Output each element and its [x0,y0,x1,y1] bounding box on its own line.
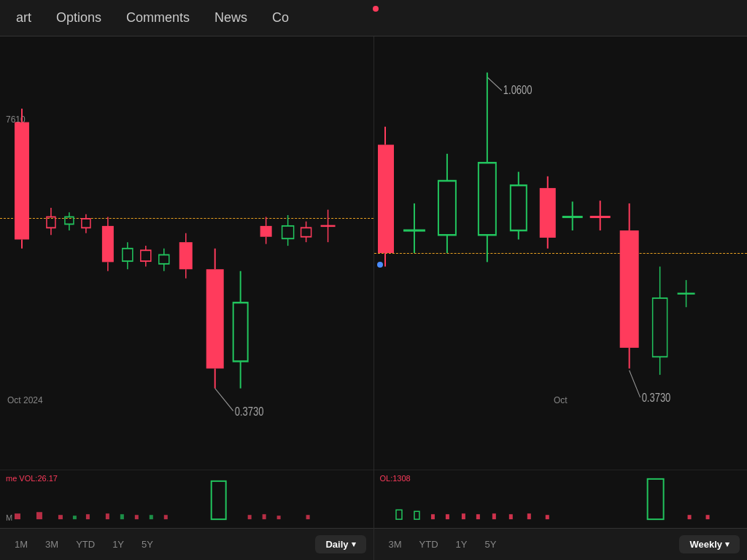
svg-rect-31 [233,303,248,361]
svg-line-69 [487,77,501,91]
left-date-label: Oct 2024 [7,395,43,405]
svg-rect-103 [545,515,549,519]
svg-rect-58 [263,514,266,519]
left-chart-panel: 7610 [0,36,374,560]
svg-rect-95 [414,511,419,519]
left-volume-area: me VOL:26.17 M [0,470,374,528]
svg-rect-50 [86,514,90,519]
nav-item-co[interactable]: Co [263,4,298,31]
left-vol-unit: M [6,513,12,522]
main-container: art Options Comments News Co 7610 [0,0,747,560]
svg-rect-104 [647,479,663,519]
right-volume-area: OL:1308 [374,470,748,528]
left-chart-canvas: 7610 [0,36,374,470]
svg-rect-99 [476,514,479,519]
left-interval-btn[interactable]: Daily [315,535,365,553]
charts-area: 7610 [0,36,747,560]
svg-rect-19 [141,250,151,261]
svg-line-44 [215,389,233,411]
svg-rect-88 [652,298,667,357]
svg-text:0.3730: 0.3730 [641,392,670,405]
svg-rect-55 [164,515,168,519]
svg-rect-37 [282,226,294,238]
svg-rect-78 [539,188,555,238]
svg-rect-48 [58,515,63,519]
svg-rect-46 [15,513,20,519]
svg-rect-1 [15,122,29,240]
left-ytd-btn[interactable]: YTD [69,536,102,553]
right-interval-btn[interactable]: Weekly [679,535,740,553]
nav-item-comments[interactable]: Comments [117,4,198,31]
left-candles-svg: 0.3730 [0,36,374,470]
svg-rect-57 [248,515,252,519]
svg-rect-40 [301,228,311,236]
right-volume-bars [374,470,748,528]
svg-rect-94 [395,510,401,519]
svg-rect-85 [619,230,638,348]
nav-item-chart[interactable]: art [7,4,40,31]
right-3m-btn[interactable]: 3M [382,536,409,553]
right-bottom-bar: 3M YTD 1Y 5Y Weekly [374,528,748,560]
svg-rect-28 [206,269,224,368]
left-5y-btn[interactable]: 5Y [134,536,160,553]
nav-item-news[interactable]: News [206,4,256,31]
svg-rect-47 [36,512,42,519]
right-1y-btn[interactable]: 1Y [449,536,475,553]
left-bottom-bar: 1M 3M YTD 1Y 5Y Daily [0,528,374,560]
svg-rect-59 [277,516,281,519]
svg-text:1.0600: 1.0600 [503,84,532,97]
svg-rect-62 [377,145,393,254]
right-vol-label: OL:1308 [380,474,411,483]
left-1m-btn[interactable]: 1M [7,536,35,553]
left-3m-btn[interactable]: 3M [38,536,66,553]
svg-rect-22 [159,254,169,263]
left-1y-btn[interactable]: 1Y [105,536,131,553]
svg-rect-102 [527,513,530,519]
svg-rect-97 [445,514,449,519]
svg-rect-100 [492,513,495,519]
svg-rect-25 [179,242,193,269]
svg-rect-67 [438,181,455,235]
svg-text:0.3730: 0.3730 [235,405,264,418]
right-date-label: Oct [554,395,568,405]
notification-dot [373,6,379,12]
right-5y-btn[interactable]: 5Y [477,536,503,553]
top-nav: art Options Comments News Co [0,0,747,36]
svg-rect-98 [461,513,465,519]
svg-rect-54 [150,515,153,519]
svg-rect-56 [212,481,226,519]
svg-rect-49 [73,516,77,519]
svg-line-92 [629,370,640,397]
svg-rect-51 [106,513,109,519]
left-vol-label: me VOL:26.17 [6,474,58,483]
right-chart-canvas: 1.0600 [374,36,748,470]
svg-rect-101 [508,514,512,519]
svg-rect-96 [430,514,434,519]
svg-rect-60 [306,515,310,519]
svg-rect-72 [478,163,495,235]
svg-rect-16 [123,249,133,261]
right-chart-panel: 1.0600 [374,36,748,560]
svg-rect-4 [47,217,55,228]
svg-rect-13 [102,226,114,262]
svg-rect-34 [260,226,272,237]
svg-rect-105 [687,515,691,519]
svg-rect-75 [510,185,526,230]
svg-rect-10 [82,219,90,228]
svg-rect-106 [705,515,709,519]
svg-rect-53 [135,515,139,519]
svg-rect-7 [65,217,74,225]
svg-rect-52 [120,514,124,519]
nav-item-options[interactable]: Options [47,4,110,31]
right-ytd-btn[interactable]: YTD [412,536,446,553]
